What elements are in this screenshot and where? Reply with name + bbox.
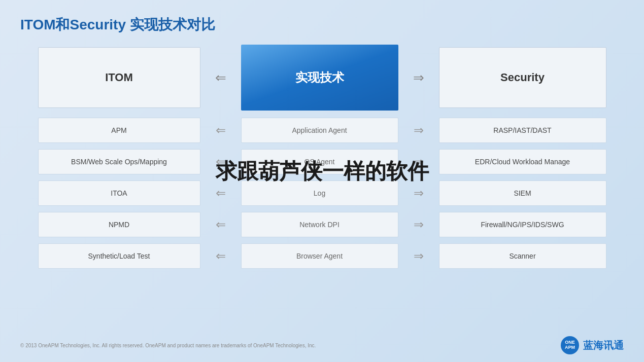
cell-right-3: Firewall/NG/IPS/IDS/SWG [439, 212, 606, 237]
arrow-right-4: ⇒ [398, 250, 439, 262]
cell-right-0: RASP/IAST/DAST [439, 118, 606, 143]
cell-right-1: EDR/Cloud Workload Manage [439, 149, 606, 174]
left-arrow-icon: ⇐ [215, 71, 226, 84]
arrow-left-4: ⇐ [200, 250, 241, 262]
footer-logo: ONE APM 蓝海讯通 [561, 336, 624, 354]
itom-box: ITOM [38, 47, 200, 108]
left-arrow-icon-3: ⇐ [216, 219, 226, 231]
cell-left-0: APM [38, 118, 200, 143]
right-arrow-icon: ⇒ [413, 71, 424, 84]
footer: © 2013 OneAPM Technologies, Inc. All rig… [20, 336, 624, 354]
logo-abbr: ONE APM [565, 340, 575, 350]
arrow-left-header: ⇐ [200, 71, 241, 84]
cell-center-4: Browser Agent [241, 243, 398, 269]
arrow-left-1: ⇐ [200, 156, 241, 168]
arrow-left-0: ⇐ [200, 124, 241, 136]
arrow-left-2: ⇐ [200, 187, 241, 199]
left-arrow-icon-2: ⇐ [216, 187, 226, 199]
cell-right-4: Scanner [439, 243, 606, 269]
cell-center-0: Application Agent [241, 118, 398, 143]
cell-right-2: SIEM [439, 180, 606, 206]
header-row: ITOM ⇐ 实现技术 ⇒ Security [38, 45, 606, 111]
arrow-right-header: ⇒ [398, 71, 439, 84]
data-row-4: Synthetic/Load Test ⇐ Browser Agent ⇒ Sc… [38, 242, 606, 270]
data-row-3: NPMD ⇐ Network DPI ⇒ Firewall/NG/IPS/IDS… [38, 210, 606, 239]
security-box: Security [439, 47, 606, 108]
arrow-left-3: ⇐ [200, 219, 241, 231]
data-row-0: APM ⇐ Application Agent ⇒ RASP/IAST/DAST [38, 116, 606, 144]
arrow-right-2: ⇒ [398, 187, 439, 199]
cell-left-4: Synthetic/Load Test [38, 243, 200, 269]
right-arrow-icon-4: ⇒ [414, 250, 424, 262]
cell-center-2: Log [241, 180, 398, 206]
cell-center-3: Network DPI [241, 212, 398, 237]
cell-left-2: ITOA [38, 180, 200, 206]
cell-left-1: BSM/Web Scale Ops/Mapping [38, 149, 200, 174]
cell-center-1: OS Agent [241, 149, 398, 174]
right-arrow-icon-3: ⇒ [414, 219, 424, 231]
main-layout: ITOM ⇐ 实现技术 ⇒ Security APM ⇐ Application… [20, 45, 624, 270]
arrow-right-3: ⇒ [398, 219, 439, 231]
arrow-right-1: ⇒ [398, 156, 439, 168]
footer-copyright: © 2013 OneAPM Technologies, Inc. All rig… [20, 343, 316, 348]
left-arrow-icon-0: ⇐ [216, 124, 226, 136]
arrow-right-0: ⇒ [398, 124, 439, 136]
right-arrow-icon-0: ⇒ [414, 124, 424, 136]
left-arrow-icon-1: ⇐ [216, 156, 226, 168]
data-row-1: BSM/Web Scale Ops/Mapping ⇐ OS Agent ⇒ E… [38, 148, 606, 176]
cell-left-3: NPMD [38, 212, 200, 237]
data-row-2: ITOA ⇐ Log ⇒ SIEM [38, 179, 606, 207]
logo-text: 蓝海讯通 [583, 339, 624, 352]
slide: ITOM和Security 实现技术对比 ITOM ⇐ 实现技术 ⇒ Secur… [0, 0, 644, 362]
right-arrow-icon-2: ⇒ [414, 187, 424, 199]
left-arrow-icon-4: ⇐ [216, 250, 226, 262]
right-arrow-icon-1: ⇒ [414, 156, 424, 168]
tech-box: 实现技术 [241, 45, 398, 111]
rows-container: APM ⇐ Application Agent ⇒ RASP/IAST/DAST… [38, 116, 606, 270]
page-title: ITOM和Security 实现技术对比 [20, 15, 624, 34]
logo-icon: ONE APM [561, 336, 579, 354]
